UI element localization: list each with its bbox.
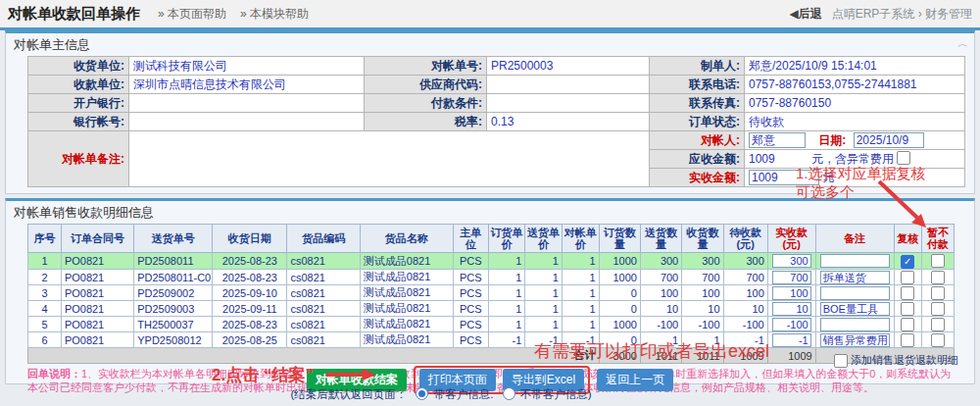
defer-payment-checkbox[interactable] bbox=[931, 271, 945, 284]
cell: 2025-08-25 bbox=[213, 332, 287, 348]
field-label: 订单状态: bbox=[650, 113, 745, 131]
received-amount-input[interactable]: 10 bbox=[772, 302, 811, 316]
received-amount-input[interactable]: -100 bbox=[772, 318, 811, 331]
column-header: 序号 bbox=[28, 225, 62, 253]
cell: cs0821 bbox=[287, 317, 360, 332]
cell: 2025-09-10 bbox=[213, 285, 287, 301]
reconciler-input[interactable]: 郑意 bbox=[749, 132, 806, 148]
table-row[interactable]: 6PO0821YPD25080122025-08-25cs0821测试成品082… bbox=[28, 332, 955, 348]
cell: 6 bbox=[28, 332, 62, 348]
header-row: 序号订单合同号送货单号收货日期货品编码货品名称主单位订货单价送货单价对帐单价订货… bbox=[28, 225, 955, 253]
cell: 1 bbox=[525, 253, 563, 270]
erp-receipt-page: 对帐单收款回单操作 » 本页面帮助 » 本模块帮助 ◀后退 点晴ERP子系统 ›… bbox=[0, 0, 980, 406]
review-checkbox[interactable] bbox=[901, 318, 914, 331]
received-amount-input[interactable]: 700 bbox=[772, 271, 811, 284]
remark-input[interactable] bbox=[820, 254, 890, 268]
received-amount-input[interactable]: 100 bbox=[772, 286, 811, 300]
cell: 1 bbox=[562, 285, 599, 301]
cell: 300 bbox=[682, 253, 723, 270]
column-header: 待收款(元) bbox=[723, 225, 767, 253]
cell: YPD2508012 bbox=[134, 332, 213, 348]
field-label: 对帐单号: bbox=[365, 57, 487, 76]
cell: 2025-08-23 bbox=[213, 270, 287, 285]
table-row[interactable]: 4PO0821PD25090032025-09-11cs0821测试成品0821… bbox=[28, 301, 955, 317]
cell: PD2509002 bbox=[134, 285, 213, 301]
cell: 2025-08-23 bbox=[213, 317, 287, 332]
column-header: 货品编码 bbox=[287, 225, 360, 253]
shipping-unit-value[interactable]: 测试科技有限公司 bbox=[129, 57, 365, 76]
column-header: 送货单价 bbox=[525, 225, 563, 253]
cell: 100 bbox=[723, 285, 767, 301]
cell: 1 bbox=[562, 253, 599, 270]
payment-terms-value bbox=[487, 94, 650, 113]
help-link-page[interactable]: » 本页面帮助 bbox=[158, 6, 226, 23]
annotation-close-hint: 2.点击 “结案” bbox=[212, 364, 314, 386]
table-row[interactable]: 3PO0821PD25090022025-09-10cs0821测试成品0821… bbox=[28, 285, 955, 301]
cell: 1 bbox=[488, 301, 525, 317]
cell: 测试成品0821 bbox=[360, 332, 453, 348]
cell: PD2509003 bbox=[134, 301, 213, 317]
cell: 5 bbox=[28, 317, 62, 332]
defer-payment-checkbox[interactable] bbox=[931, 254, 945, 268]
column-header: 订货单价 bbox=[488, 225, 525, 253]
collapse-icon[interactable]: ︿ bbox=[957, 36, 968, 54]
phone-value: 0757-88760153,0755-27441881 bbox=[745, 76, 965, 94]
defer-payment-checkbox[interactable] bbox=[931, 286, 945, 300]
defer-payment-checkbox[interactable] bbox=[931, 302, 945, 316]
cell: 1 bbox=[28, 253, 62, 270]
statement-remark-textarea[interactable] bbox=[129, 131, 650, 187]
remark-input[interactable]: BOE量工具 bbox=[820, 302, 890, 316]
received-amount-input[interactable]: 300 bbox=[772, 254, 811, 268]
help-link-module[interactable]: » 本模块帮助 bbox=[240, 6, 309, 23]
radio-with-customer-info[interactable] bbox=[416, 387, 428, 400]
table-row[interactable]: 2PO0821PD2508011-C012025-08-23cs0821测试成品… bbox=[28, 270, 955, 285]
column-header: 货品名称 bbox=[360, 225, 453, 253]
cell: cs0821 bbox=[287, 301, 360, 317]
total-received: 1009 bbox=[767, 348, 815, 364]
remark-input[interactable] bbox=[820, 318, 890, 331]
cell: PO0821 bbox=[61, 285, 133, 301]
defer-payment-checkbox[interactable] bbox=[931, 333, 945, 347]
defer-payment-checkbox[interactable] bbox=[931, 318, 945, 331]
radio-without-customer-info[interactable] bbox=[503, 387, 515, 400]
annotation-print-hint: 有需要可以打印或者导出excel bbox=[534, 339, 769, 363]
cell: 1 bbox=[488, 285, 525, 301]
back-link[interactable]: ◀后退 bbox=[789, 6, 821, 23]
cell: 1000 bbox=[599, 253, 640, 270]
cell: PCS bbox=[453, 253, 488, 270]
cell: 300 bbox=[723, 253, 767, 270]
review-checkbox[interactable] bbox=[901, 286, 914, 300]
cell: 1 bbox=[488, 253, 525, 270]
cell: PO0821 bbox=[61, 253, 133, 270]
table-row[interactable]: 1PO0821PD25080112025-08-23cs0821测试成品0821… bbox=[28, 253, 955, 270]
annotation-select-review: 1.选择对应单据复核 可选多个 bbox=[796, 164, 926, 201]
table-row[interactable]: 5PO0821TH25000372025-08-23cs0821测试成品0821… bbox=[28, 317, 955, 332]
statement-no-value: PR2500003 bbox=[487, 57, 650, 76]
cell: 700 bbox=[682, 270, 723, 285]
cell: 测试成品0821 bbox=[360, 317, 453, 332]
receivable-amount: 1009 bbox=[749, 152, 775, 166]
date-input[interactable]: 2025/10/9 bbox=[854, 132, 924, 148]
remark-input[interactable]: 销售异常费用 bbox=[820, 333, 890, 347]
review-checkbox[interactable] bbox=[901, 271, 914, 284]
cell: PCS bbox=[453, 332, 488, 348]
bank-account-value[interactable] bbox=[129, 113, 365, 131]
cell: 0 bbox=[599, 301, 640, 317]
bank-value[interactable] bbox=[129, 94, 365, 113]
column-header: 复核 bbox=[894, 225, 921, 253]
cell: 10 bbox=[682, 301, 723, 317]
collect-unit-value[interactable]: 深圳市点晴信息技术有限公司 bbox=[129, 76, 365, 94]
order-status-value: 待收款 bbox=[745, 113, 965, 131]
remark-input[interactable] bbox=[820, 286, 890, 300]
review-checkbox[interactable] bbox=[901, 255, 914, 269]
column-header: 暂不付款 bbox=[921, 225, 954, 253]
cell: 1 bbox=[525, 285, 563, 301]
review-checkbox[interactable] bbox=[901, 333, 914, 347]
field-label: 对帐人: bbox=[650, 131, 745, 150]
received-amount-input[interactable]: -1 bbox=[772, 333, 811, 347]
review-checkbox[interactable] bbox=[901, 302, 914, 316]
cell: PCS bbox=[453, 285, 488, 301]
field-label: 实收金额: bbox=[650, 169, 745, 187]
abnormal-fee-checkbox[interactable] bbox=[897, 151, 910, 165]
remark-input[interactable]: 拆单送货 bbox=[820, 271, 890, 284]
